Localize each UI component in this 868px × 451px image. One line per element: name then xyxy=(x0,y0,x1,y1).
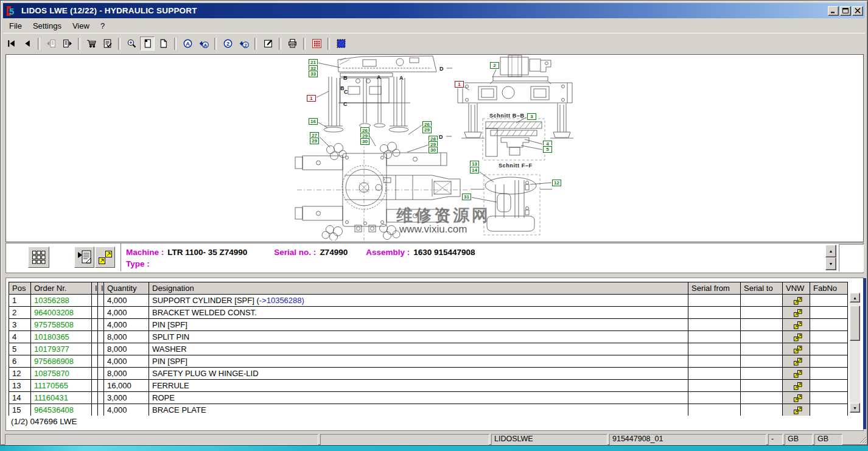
table-row-pos-5[interactable]: 5101793778,000WASHER xyxy=(9,343,848,355)
scroll-up-button[interactable]: ▲ xyxy=(850,293,860,302)
drawing-callout-3[interactable]: 3 xyxy=(527,113,536,120)
cell-vnw[interactable] xyxy=(783,392,810,404)
catalog-matrix-button[interactable] xyxy=(28,246,49,268)
table-row-pos-12[interactable]: 12108758708,000SAFETY PLUG W HINGE-LID xyxy=(9,368,848,380)
find-a-button[interactable]: A xyxy=(180,37,195,51)
cell-vnw[interactable] xyxy=(783,380,810,392)
cell-vnw[interactable] xyxy=(783,368,810,380)
zoom-in-button[interactable] xyxy=(124,37,139,51)
minimize-button[interactable] xyxy=(828,6,839,16)
print-button[interactable] xyxy=(285,37,299,51)
drawing-callout-1[interactable]: 1 xyxy=(307,95,316,102)
close-button[interactable] xyxy=(852,6,863,16)
cell-order-number[interactable]: 975686908 xyxy=(31,355,92,368)
go-first-button[interactable] xyxy=(4,37,18,51)
menu-item-file[interactable]: File xyxy=(4,19,27,32)
drawing-callout-1[interactable]: 1 xyxy=(455,81,464,88)
drawing-callout-31[interactable]: 31 xyxy=(462,194,471,200)
table-row-pos-15[interactable]: 159645364084,000BRACE PLATE xyxy=(9,404,848,416)
cell-vnw[interactable] xyxy=(783,355,810,368)
parts-document-button[interactable] xyxy=(74,246,94,268)
scroll-down-button[interactable]: ▼ xyxy=(850,403,860,413)
cell-order-number[interactable]: 964536408 xyxy=(31,404,92,416)
column-header-i[interactable]: I xyxy=(98,282,104,295)
vnw-expand-icon[interactable] xyxy=(794,320,802,329)
table-row-pos-1[interactable]: 1103562884,000SUPPORT CYLINDER [SPF] (->… xyxy=(9,295,848,307)
find-a-next-button[interactable]: A xyxy=(196,37,211,51)
table-row-pos-6[interactable]: 69756869084,000PIN [SPF] xyxy=(9,355,848,368)
selection-area-button[interactable] xyxy=(334,37,348,51)
doc-previous-button[interactable] xyxy=(44,37,58,51)
vnw-expand-icon[interactable] xyxy=(794,296,802,305)
edit-note-button[interactable] xyxy=(261,37,275,51)
column-header-pos[interactable]: Pos xyxy=(9,282,31,295)
drawing-callout-5[interactable]: 5 xyxy=(543,146,552,153)
vnw-expand-icon[interactable] xyxy=(794,308,802,317)
drawing-callout-29[interactable]: 29 xyxy=(422,127,432,133)
designation-link[interactable]: ->10356288 xyxy=(259,296,302,305)
column-header-vnw[interactable]: VNW xyxy=(783,282,810,295)
page-view-button[interactable] xyxy=(140,37,155,51)
drawing-callout-2[interactable]: 2 xyxy=(490,62,499,69)
drawing-callout-16[interactable]: 16 xyxy=(309,118,318,125)
menu-item-help[interactable]: ? xyxy=(96,19,110,32)
column-header-i[interactable]: I xyxy=(92,282,98,295)
table-row-pos-2[interactable]: 29640032084,000BRACKET WELDED CONST. xyxy=(9,307,848,319)
catalog-grid-button[interactable] xyxy=(309,37,324,51)
drawing-callout-30[interactable]: 30 xyxy=(429,147,438,153)
order-list-button[interactable] xyxy=(100,37,114,51)
maximize-button[interactable] xyxy=(840,6,851,16)
table-row-pos-13[interactable]: 131117056516,000FERRULE xyxy=(9,380,848,392)
table-scrollbar[interactable]: ▲ ▼ xyxy=(850,293,860,413)
cell-order-number[interactable]: 11160431 xyxy=(31,392,92,404)
cell-order-number[interactable]: 975758508 xyxy=(31,319,92,331)
column-header-serial-from[interactable]: Serial from xyxy=(688,282,741,295)
table-row-pos-4[interactable]: 4101803658,000SPLIT PIN xyxy=(9,331,848,343)
find-2-next-button[interactable]: 2 xyxy=(236,37,251,51)
vnw-expand-icon[interactable] xyxy=(794,381,802,390)
menu-item-settings[interactable]: Settings xyxy=(28,19,66,32)
vnw-expand-icon[interactable] xyxy=(794,332,802,341)
cell-vnw[interactable] xyxy=(783,319,810,331)
cell-order-number[interactable]: 10356288 xyxy=(31,295,92,307)
resize-grip[interactable] xyxy=(859,436,867,444)
vnw-expand-icon[interactable] xyxy=(794,405,802,414)
drawing-callout-12[interactable]: 12 xyxy=(552,180,561,186)
drawing-callout-14[interactable]: 14 xyxy=(470,167,479,173)
column-header-fabno[interactable]: FabNo xyxy=(810,282,848,295)
table-row-pos-14[interactable]: 14111604313,000ROPE xyxy=(9,392,848,404)
vnw-expand-icon[interactable] xyxy=(794,369,802,378)
vnw-expand-icon[interactable] xyxy=(794,393,802,402)
doc-next-button[interactable] xyxy=(60,37,74,51)
table-row-pos-3[interactable]: 39757585084,000PIN [SPF] xyxy=(9,319,848,331)
vnw-expand-icon[interactable] xyxy=(794,357,802,366)
find-2-button[interactable]: 2 xyxy=(220,37,235,51)
column-header-order-nr-[interactable]: Order Nr. xyxy=(31,282,92,295)
scrollbar-thumb[interactable] xyxy=(850,306,860,341)
cell-vnw[interactable] xyxy=(783,343,810,355)
cell-order-number[interactable]: 964003208 xyxy=(31,307,92,319)
spinner-down-button[interactable]: ▼ xyxy=(825,257,836,270)
drawing-area[interactable]: 2132331162729262930262928293021345131412… xyxy=(5,54,864,242)
cell-vnw[interactable] xyxy=(783,404,810,416)
cell-order-number[interactable]: 10180365 xyxy=(31,331,92,343)
spinner-up-button[interactable]: ▲ xyxy=(825,245,836,257)
expand-view-button[interactable] xyxy=(95,246,115,268)
cell-order-number[interactable]: 11170565 xyxy=(31,380,92,392)
cell-order-number[interactable]: 10179377 xyxy=(31,343,92,355)
page-fit-button[interactable] xyxy=(156,37,170,51)
cell-vnw[interactable] xyxy=(783,331,810,343)
cell-order-number[interactable]: 10875870 xyxy=(31,368,92,380)
drawing-callout-33[interactable]: 33 xyxy=(309,71,318,77)
column-header-serial-to[interactable]: Serial to xyxy=(741,282,783,295)
go-previous-button[interactable] xyxy=(19,37,34,51)
column-header-quantity[interactable]: Quantity xyxy=(104,282,149,295)
shopping-cart-button[interactable] xyxy=(84,37,99,51)
cell-vnw[interactable] xyxy=(783,307,810,319)
drawing-callout-29[interactable]: 29 xyxy=(310,138,319,144)
cell-vnw[interactable] xyxy=(783,295,810,307)
drawing-callout-30[interactable]: 30 xyxy=(360,138,369,145)
vnw-expand-icon[interactable] xyxy=(794,344,802,354)
column-header-designation[interactable]: Designation xyxy=(149,282,688,295)
menu-item-view[interactable]: View xyxy=(68,19,94,32)
